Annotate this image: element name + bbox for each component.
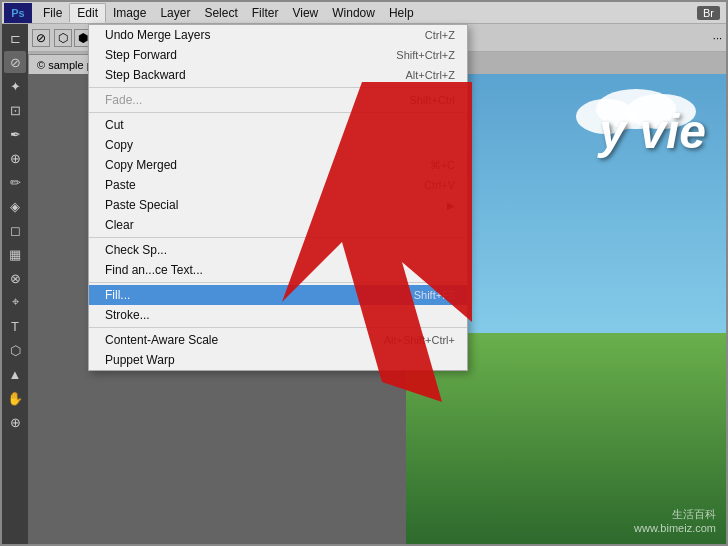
- bridge-button[interactable]: Br: [697, 6, 720, 20]
- menu-copy-merged-shortcut: ⌘+C: [430, 159, 455, 172]
- menu-copy-merged-label: Copy Merged: [105, 158, 177, 172]
- menu-layer[interactable]: Layer: [153, 4, 197, 22]
- menu-paste-label: Paste: [105, 178, 136, 192]
- menu-content-aware-scale-label: Content-Aware Scale: [105, 333, 218, 347]
- menu-image[interactable]: Image: [106, 4, 153, 22]
- menu-puppet-warp-label: Puppet Warp: [105, 353, 175, 367]
- refine-edge-area: ···: [713, 32, 722, 44]
- menu-file[interactable]: File: [36, 4, 69, 22]
- tool-lasso[interactable]: ⊘: [4, 51, 26, 73]
- menu-paste-special[interactable]: Paste Special ▶: [89, 195, 467, 215]
- menu-paste-special-label: Paste Special: [105, 198, 178, 212]
- separator-3: [89, 237, 467, 238]
- menu-find-replace-label: Find an...ce Text...: [105, 263, 203, 277]
- paste-special-arrow: ▶: [447, 200, 455, 211]
- tool-clone[interactable]: ◈: [4, 195, 26, 217]
- menu-undo-merge-shortcut: Ctrl+Z: [425, 29, 455, 41]
- separator-2: [89, 112, 467, 113]
- watermark-line2: www.bimeiz.com: [634, 522, 716, 534]
- menu-fade-label: Fade...: [105, 93, 142, 107]
- tool-type[interactable]: T: [4, 315, 26, 337]
- menubar-right: Br: [697, 6, 724, 20]
- tool-brush[interactable]: ✏: [4, 171, 26, 193]
- app-frame: Ps File Edit Image Layer Select Filter V…: [0, 0, 728, 546]
- menu-window[interactable]: Window: [325, 4, 382, 22]
- menu-step-backward-label: Step Backward: [105, 68, 186, 82]
- tool-gradient[interactable]: ▦: [4, 243, 26, 265]
- menu-filter[interactable]: Filter: [245, 4, 286, 22]
- menu-undo-merge-label: Undo Merge Layers: [105, 28, 210, 42]
- tool-path[interactable]: ⬡: [4, 339, 26, 361]
- options-icon[interactable]: ⊘: [32, 29, 50, 47]
- canvas-text: y vie: [599, 104, 706, 159]
- edit-dropdown-menu: Undo Merge Layers Ctrl+Z Step Forward Sh…: [88, 24, 468, 371]
- menu-clear-label: Clear: [105, 218, 134, 232]
- menu-content-aware-shortcut: Alt+Shift+Ctrl+: [384, 334, 455, 346]
- tool-pen[interactable]: ⌖: [4, 291, 26, 313]
- menu-step-forward-label: Step Forward: [105, 48, 177, 62]
- tool-zoom[interactable]: ⊕: [4, 411, 26, 433]
- menu-step-backward[interactable]: Step Backward Alt+Ctrl+Z: [89, 65, 467, 85]
- menu-undo-merge[interactable]: Undo Merge Layers Ctrl+Z: [89, 25, 467, 45]
- tool-hand[interactable]: ✋: [4, 387, 26, 409]
- menu-puppet-warp[interactable]: Puppet Warp: [89, 350, 467, 370]
- menu-stroke-label: Stroke...: [105, 308, 150, 322]
- menu-edit[interactable]: Edit: [69, 3, 106, 23]
- tool-eraser[interactable]: ◻: [4, 219, 26, 241]
- menu-check-spelling-label: Check Sp...: [105, 243, 167, 257]
- menu-stroke[interactable]: Stroke...: [89, 305, 467, 325]
- watermark: 生活百科 www.bimeiz.com: [634, 507, 716, 534]
- menu-view[interactable]: View: [285, 4, 325, 22]
- menu-fade-shortcut: Shift+Ctrl: [409, 94, 455, 106]
- separator-4: [89, 282, 467, 283]
- menu-select[interactable]: Select: [197, 4, 244, 22]
- menu-fade: Fade... Shift+Ctrl: [89, 90, 467, 110]
- menu-step-forward[interactable]: Step Forward Shift+Ctrl+Z: [89, 45, 467, 65]
- menu-fill[interactable]: Fill... Shift+F5: [89, 285, 467, 305]
- menu-fill-label: Fill...: [105, 288, 130, 302]
- toolbar: ⊏ ⊘ ✦ ⊡ ✒ ⊕ ✏ ◈ ◻ ▦ ⊗ ⌖ T ⬡ ▲ ✋ ⊕: [2, 24, 28, 544]
- dots-expand[interactable]: ···: [713, 32, 722, 44]
- ps-logo: Ps: [4, 3, 32, 23]
- menubar: Ps File Edit Image Layer Select Filter V…: [2, 2, 726, 24]
- menu-cut-label: Cut: [105, 118, 124, 132]
- menu-find-replace[interactable]: Find an...ce Text...: [89, 260, 467, 280]
- menu-cut[interactable]: Cut: [89, 115, 467, 135]
- menu-step-backward-shortcut: Alt+Ctrl+Z: [405, 69, 455, 81]
- menu-check-spelling[interactable]: Check Sp...: [89, 240, 467, 260]
- tool-dodge[interactable]: ⊗: [4, 267, 26, 289]
- menu-help[interactable]: Help: [382, 4, 421, 22]
- menu-paste-shortcut: Ctrl+V: [424, 179, 455, 191]
- menu-copy-merged[interactable]: Copy Merged ⌘+C: [89, 155, 467, 175]
- watermark-line1: 生活百科: [634, 507, 716, 522]
- menu-paste[interactable]: Paste Ctrl+V: [89, 175, 467, 195]
- tool-magic-wand[interactable]: ✦: [4, 75, 26, 97]
- tool-marquee[interactable]: ⊏: [4, 27, 26, 49]
- menu-clear[interactable]: Clear: [89, 215, 467, 235]
- menu-fill-shortcut: Shift+F5: [414, 289, 455, 301]
- tool-eyedropper[interactable]: ✒: [4, 123, 26, 145]
- separator-5: [89, 327, 467, 328]
- tool-crop[interactable]: ⊡: [4, 99, 26, 121]
- tool-healing[interactable]: ⊕: [4, 147, 26, 169]
- separator-1: [89, 87, 467, 88]
- menu-content-aware-scale[interactable]: Content-Aware Scale Alt+Shift+Ctrl+: [89, 330, 467, 350]
- menu-step-forward-shortcut: Shift+Ctrl+Z: [396, 49, 455, 61]
- menu-copy[interactable]: Copy: [89, 135, 467, 155]
- lasso-tool[interactable]: ⬡: [54, 29, 72, 47]
- tool-shape[interactable]: ▲: [4, 363, 26, 385]
- menu-copy-label: Copy: [105, 138, 133, 152]
